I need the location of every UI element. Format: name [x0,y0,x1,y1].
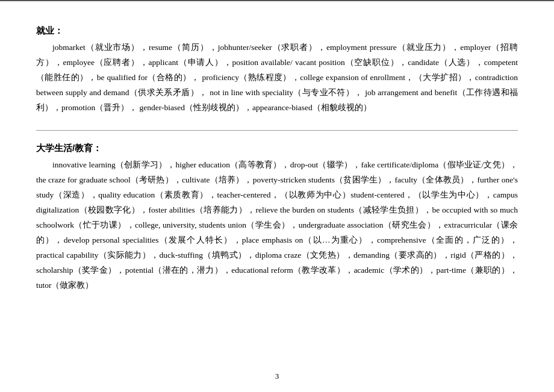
employment-body: jobmarket（就业市场），resume（简历），jobhunter/see… [36,40,518,116]
campus-body: innovative learning（创新学习），higher educati… [36,158,518,293]
page-number: 3 [275,372,279,381]
section-divider [36,130,518,131]
campus-title: 大学生活/教育： [36,143,518,154]
employment-title: 就业： [36,25,518,37]
page-container: 就业： jobmarket（就业市场），resume（简历），jobhunter… [0,0,554,392]
campus-section: 大学生活/教育： innovative learning（创新学习），highe… [36,143,518,293]
employment-section: 就业： jobmarket（就业市场），resume（简历），jobhunter… [36,25,518,116]
content-area: 就业： jobmarket（就业市场），resume（简历），jobhunter… [0,1,554,344]
